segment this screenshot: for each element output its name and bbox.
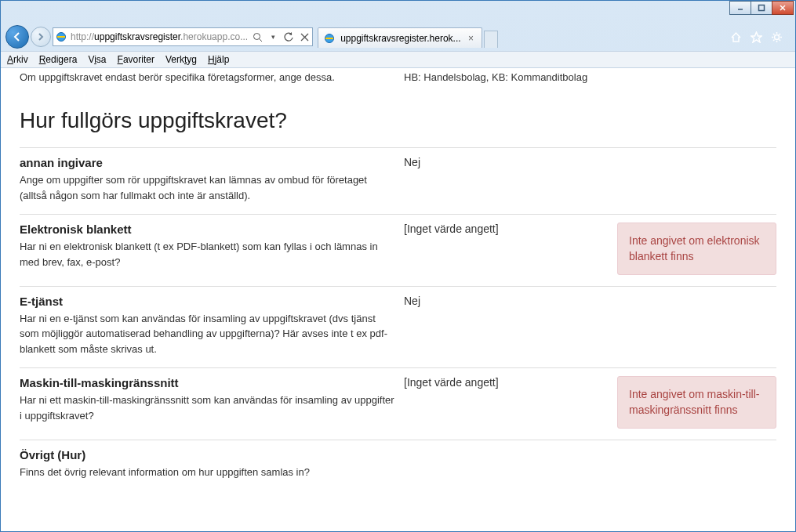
menu-hjalp[interactable]: Hjälp: [208, 54, 229, 65]
address-icons: ▾: [251, 31, 311, 43]
svg-rect-1: [759, 5, 765, 11]
field-row: annan ingivare Ange om uppgifter som rör…: [20, 147, 776, 214]
tab-strip: uppgiftskravsregister.herok... ×: [318, 26, 728, 48]
dropdown-icon[interactable]: ▾: [267, 31, 279, 43]
minimize-icon: [736, 4, 744, 12]
window-controls: [730, 1, 794, 15]
browser-tab[interactable]: uppgiftskravsregister.herok... ×: [318, 27, 482, 48]
back-button[interactable]: [5, 25, 29, 49]
field-desc: Finns det övrig relevant information om …: [20, 465, 394, 480]
field-row: Maskin-till-maskingränssnitt Har ni ett …: [20, 367, 776, 440]
field-desc: Har ni en elektronisk blankett (t ex PDF…: [20, 239, 394, 270]
menu-favoriter[interactable]: Favoriter: [118, 54, 154, 65]
stop-icon[interactable]: [298, 31, 311, 43]
section-heading: Hur fullgörs uppgiftskravet?: [20, 108, 776, 133]
partial-right-text: HB: Handelsbolag, KB: Kommanditbolag: [404, 71, 776, 83]
field-desc: Ange om uppgifter som rör uppgiftskravet…: [20, 172, 394, 203]
field-value: Nej: [404, 156, 608, 203]
field-title: annan ingivare: [20, 156, 394, 169]
close-icon: [779, 4, 787, 12]
field-value: [Inget värde angett]: [404, 376, 608, 429]
browser-window: http://uppgiftskravsregister.herokuapp.c…: [0, 0, 796, 532]
new-tab-button[interactable]: [484, 31, 498, 48]
tools-icon[interactable]: [770, 31, 783, 43]
field-value: [Inget värde angett]: [404, 223, 608, 275]
home-icon[interactable]: [729, 31, 742, 43]
menu-visa[interactable]: Visa: [88, 54, 106, 65]
chrome-icons: [729, 31, 791, 43]
svg-point-5: [253, 33, 260, 39]
arrow-right-icon: [36, 32, 45, 42]
svg-line-6: [259, 38, 262, 42]
address-bar[interactable]: http://uppgiftskravsregister.herokuapp.c…: [53, 27, 313, 46]
field-value: [404, 448, 608, 480]
refresh-icon[interactable]: [282, 31, 295, 43]
page-viewport: Om uppgiftskravet endast berör specifika…: [1, 68, 795, 531]
field-title: Övrigt (Hur): [20, 448, 394, 461]
arrow-left-icon: [12, 31, 23, 42]
alert-box: Inte angivet om maskin-till-maskingränss…: [617, 376, 776, 429]
page-content: Om uppgiftskravet endast berör specifika…: [1, 68, 795, 490]
partial-row-top: Om uppgiftskravet endast berör specifika…: [20, 68, 776, 89]
field-value: Nej: [404, 295, 608, 357]
url-host: uppgiftskravsregister: [94, 31, 180, 42]
menu-verktyg[interactable]: Verktyg: [165, 54, 197, 65]
favorites-icon[interactable]: [750, 31, 762, 43]
maximize-button[interactable]: [751, 1, 772, 15]
field-row: Elektronisk blankett Har ni en elektroni…: [20, 214, 776, 286]
nav-row: http://uppgiftskravsregister.herokuapp.c…: [1, 23, 795, 51]
menu-bar: Arkiv Redigera Visa Favoriter Verktyg Hj…: [1, 51, 795, 68]
field-row: E-tjänst Har ni en e-tjänst som kan anvä…: [20, 286, 776, 368]
url-prefix: http://: [71, 31, 94, 42]
field-row: Övrigt (Hur) Finns det övrig relevant in…: [20, 440, 776, 491]
maximize-icon: [758, 4, 765, 12]
field-desc: Har ni en e-tjänst som kan användas för …: [20, 311, 394, 357]
ie-icon: [55, 31, 67, 43]
close-button[interactable]: [772, 1, 794, 15]
tab-close-button[interactable]: ×: [466, 33, 477, 44]
svg-point-10: [774, 34, 779, 39]
field-title: Elektronisk blankett: [20, 223, 394, 236]
minimize-button[interactable]: [729, 1, 751, 15]
search-icon[interactable]: [251, 31, 264, 43]
field-title: E-tjänst: [20, 295, 394, 308]
url-rest: .herokuapp.co...: [180, 31, 248, 42]
partial-left-text: Om uppgiftskravet endast berör specifika…: [20, 71, 404, 83]
field-desc: Har ni ett maskin-till-maskingränssnitt …: [20, 393, 394, 423]
alert-box: Inte angivet om elektronisk blankett fin…: [617, 223, 776, 275]
field-title: Maskin-till-maskingränssnitt: [20, 376, 394, 389]
url-text: http://uppgiftskravsregister.herokuapp.c…: [71, 31, 248, 42]
forward-button[interactable]: [31, 27, 51, 47]
titlebar: [1, 1, 795, 23]
menu-redigera[interactable]: Redigera: [39, 54, 78, 65]
menu-arkiv[interactable]: Arkiv: [7, 54, 28, 65]
tab-title: uppgiftskravsregister.herok...: [340, 33, 460, 44]
ie-icon: [323, 32, 336, 45]
